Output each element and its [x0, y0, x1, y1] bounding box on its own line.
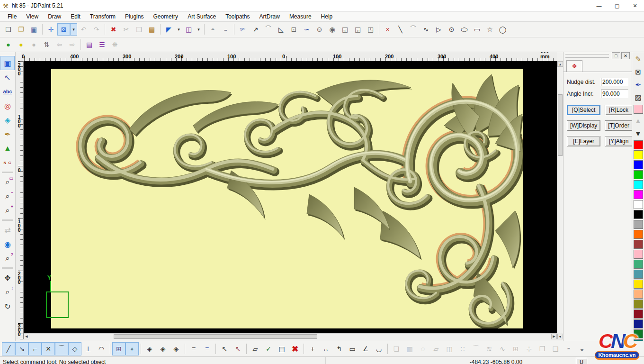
panel-field-input[interactable] — [601, 90, 628, 98]
current-color-swatch[interactable] — [634, 105, 643, 114]
fillet-icon[interactable]: ⌒ — [262, 23, 275, 36]
group-copy-icon[interactable]: ❑ — [549, 342, 562, 355]
panel-maximize-button[interactable]: □ — [612, 52, 620, 59]
scroll-down-arrow[interactable]: ▼ — [557, 334, 563, 339]
snap-nearest-icon[interactable]: ↘ — [15, 342, 28, 355]
menu-artdraw[interactable]: ArtDraw — [255, 12, 285, 21]
swatch-yellow2[interactable] — [634, 280, 643, 289]
draw-color-pencil-icon[interactable]: ✎ — [633, 54, 644, 65]
delete-icon[interactable]: ✖ — [107, 23, 120, 36]
zoom-in-tool[interactable]: ⌕ — [0, 203, 15, 218]
display-button[interactable]: [W]Display — [567, 120, 600, 131]
lock-button[interactable]: [R]Lock — [605, 105, 633, 115]
view-3d-dropdown[interactable]: ▾ — [195, 23, 202, 36]
menu-art-surface[interactable]: Art Surface — [183, 12, 221, 21]
measure-arc-icon[interactable]: ◡ — [372, 342, 385, 355]
measure-step-icon[interactable]: ↰ — [332, 342, 346, 355]
panel-close-button[interactable]: ✕ — [621, 52, 630, 59]
light-normal-icon[interactable]: ● — [2, 38, 15, 51]
pick-color-dropper-icon[interactable]: ✒ — [633, 79, 644, 91]
layout-cross-icon[interactable]: ⊹ — [522, 342, 536, 355]
menu-measure[interactable]: Measure — [285, 12, 316, 21]
drawing-canvas[interactable]: Y — [24, 61, 557, 333]
copy-object-3-icon[interactable]: ◳ — [364, 23, 377, 36]
refresh-view-tool[interactable]: ↻ — [0, 299, 15, 313]
offset-tool[interactable]: ◎ — [0, 99, 15, 113]
array-curve-icon[interactable]: ∿ — [496, 342, 509, 355]
relief-smooth-icon[interactable]: ◓ — [206, 23, 219, 36]
vertical-scroll-thumb[interactable] — [558, 94, 563, 156]
pick-curve-filter-icon[interactable]: ↖ — [231, 342, 244, 355]
draw-polyline-icon[interactable]: ▷ — [432, 23, 445, 36]
menu-plugins[interactable]: Plugins — [120, 12, 148, 21]
order-button[interactable]: [T]Order — [605, 120, 633, 131]
array-circle-icon[interactable]: ◌ — [416, 342, 429, 355]
swatch-seagreen[interactable] — [634, 260, 643, 269]
menu-geometry[interactable]: Geometry — [148, 12, 183, 21]
text-tool[interactable]: abc — [0, 84, 15, 99]
unit-button[interactable]: U — [576, 358, 587, 364]
draw-star-icon[interactable]: ☆ — [483, 23, 496, 36]
menu-edit[interactable]: Edit — [66, 12, 85, 21]
panel-field-input[interactable] — [601, 78, 628, 86]
select-by-polygon-icon[interactable]: ▱ — [249, 342, 262, 355]
draw-ellipse-icon[interactable]: ◯ — [458, 26, 471, 33]
save-file-icon[interactable]: ▣ — [27, 23, 40, 36]
snap-axis-icon[interactable]: ⌖ — [125, 342, 139, 355]
snap-endpoint-icon[interactable]: ╱ — [2, 342, 15, 355]
draw-polygon-icon[interactable]: ◯ — [496, 23, 509, 36]
swatch-black[interactable] — [634, 210, 643, 219]
swatch-cyan[interactable] — [634, 180, 643, 189]
draw-line-icon[interactable]: ╲ — [394, 23, 407, 36]
fill-color-icon[interactable]: ◤ — [162, 23, 175, 36]
group-overlap-icon[interactable]: ❒ — [536, 342, 549, 355]
draw-arc-icon[interactable]: ⌒ — [407, 23, 420, 36]
fill-color-dropdown[interactable]: ▾ — [175, 23, 182, 36]
array-skew-icon[interactable]: ▱ — [429, 342, 443, 355]
trim-curve-icon[interactable]: ✃ — [236, 23, 249, 36]
palette-scroll-up[interactable]: ▲ — [633, 115, 644, 126]
swatch-teal[interactable] — [634, 339, 643, 341]
horizontal-scroll-thumb[interactable] — [114, 334, 317, 339]
redo-icon[interactable]: ↷ — [90, 23, 103, 36]
minimize-button[interactable]: — — [590, 0, 608, 11]
guide-diamond-1-icon[interactable]: ◈ — [143, 342, 156, 355]
measure-rect-icon[interactable]: ▭ — [346, 342, 359, 355]
swatch-blue[interactable] — [634, 160, 643, 169]
vertical-scrollbar[interactable]: ▲ ▼ — [557, 61, 563, 339]
copy-icon[interactable]: ❑ — [133, 23, 145, 36]
pick-point-filter-icon[interactable]: ↖ — [218, 342, 231, 355]
snap-layer-1-icon[interactable]: ≡ — [187, 342, 200, 355]
swatch-darkgreen[interactable] — [634, 329, 643, 338]
surface-tool[interactable]: ✒ — [0, 127, 15, 141]
layer-manager-icon[interactable]: ▤ — [83, 38, 96, 51]
panel-grip[interactable]: □✕ — [564, 52, 632, 59]
menu-file[interactable]: File — [3, 12, 21, 21]
align-button[interactable]: [Y]Align — [605, 136, 633, 146]
dome-smooth-icon[interactable]: ◓ — [562, 342, 575, 355]
array-align-icon[interactable]: ▥ — [403, 342, 416, 355]
scroll-up-arrow[interactable]: ▲ — [557, 61, 563, 67]
snap-tangent-point-icon[interactable]: ◠ — [95, 342, 108, 355]
swatch-darkred[interactable] — [634, 309, 643, 318]
swatch-brick[interactable] — [634, 240, 643, 249]
menu-draw[interactable]: Draw — [43, 12, 66, 21]
draw-spline-icon[interactable]: ∿ — [420, 23, 432, 36]
eye-view-tool[interactable]: ◉ — [0, 237, 15, 251]
node-edit-tool[interactable]: ↖ — [0, 70, 15, 84]
view-forward-icon[interactable]: ⇨ — [66, 38, 79, 51]
array-split-icon[interactable]: ◫ — [443, 342, 456, 355]
snap-grid-icon[interactable]: ⊞ — [112, 342, 125, 355]
new-document-icon[interactable]: ❏ — [2, 23, 15, 36]
zoom-region-tool[interactable]: ⌕ — [0, 175, 15, 189]
swatch-navy[interactable] — [634, 319, 643, 328]
open-file-icon[interactable]: ❐ — [15, 23, 27, 36]
layout-grid-icon[interactable]: ⊞ — [509, 342, 522, 355]
previous-view-tool[interactable]: ⇄ — [0, 223, 15, 237]
zoom-examine-tool[interactable]: ⌕ — [0, 251, 15, 265]
close-button[interactable]: ✕ — [626, 0, 644, 11]
zoom-out-tool[interactable]: ⌕ — [0, 189, 15, 203]
swatch-cadetblue[interactable] — [634, 270, 643, 279]
measure-point-icon[interactable]: + — [306, 342, 319, 355]
draw-point-icon[interactable]: × — [381, 23, 394, 36]
